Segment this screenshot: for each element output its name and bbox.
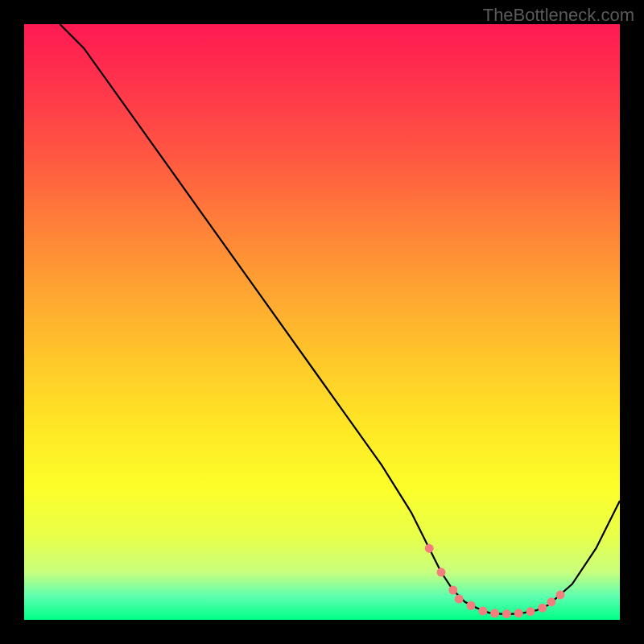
chart-marker [425, 544, 434, 553]
chart-marker [467, 601, 476, 610]
chart-marker [514, 609, 523, 617]
chart-marker [448, 586, 457, 595]
chart-markers [425, 544, 565, 618]
chart-curve [60, 24, 620, 614]
chart-marker [526, 607, 535, 616]
chart-marker [437, 568, 446, 576]
chart-marker [547, 597, 555, 606]
chart-marker [502, 609, 511, 618]
chart-plot-area [24, 24, 620, 620]
chart-marker [538, 604, 547, 613]
chart-svg [24, 24, 620, 620]
chart-marker [455, 595, 464, 604]
chart-marker [490, 609, 499, 617]
chart-marker [478, 606, 487, 615]
chart-marker [556, 590, 565, 599]
attribution-text: TheBottleneck.com [483, 5, 634, 26]
